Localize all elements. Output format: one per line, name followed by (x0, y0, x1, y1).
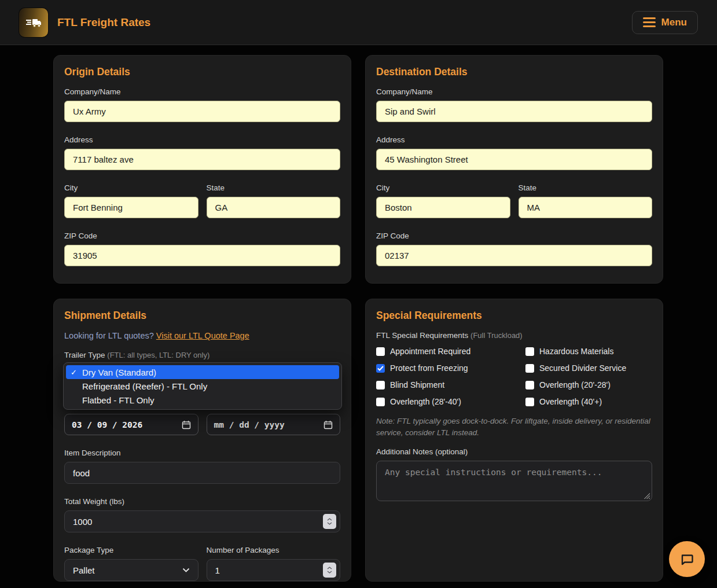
form-grid: Origin Details Company/Name Address City… (0, 45, 717, 582)
destination-company-label: Company/Name (376, 87, 652, 96)
destination-zip-label: ZIP Code (376, 231, 652, 240)
dropdown-option-label: Flatbed - FTL Only (82, 395, 154, 405)
trailer-type-label: Trailer Type (FTL: all types, LTL: DRY o… (64, 351, 340, 359)
checkbox-icon (376, 381, 385, 389)
checkbox-label: Appointment Required (390, 347, 470, 356)
special-requirements-card: Special Requirements FTL Special Require… (365, 299, 663, 582)
origin-city-input[interactable] (64, 197, 198, 218)
checkbox-label: Secured Divider Service (539, 363, 626, 373)
special-card-title: Special Requirements (376, 310, 652, 322)
num-packages-label: Number of Packages (207, 546, 341, 554)
shipment-card-title: Shipment Details (64, 310, 340, 322)
resize-handle[interactable] (644, 493, 650, 499)
chat-button[interactable] (669, 541, 705, 577)
checkbox-icon (376, 398, 385, 406)
origin-card-title: Origin Details (64, 66, 340, 78)
destination-zip-input[interactable] (376, 245, 652, 266)
origin-address-input[interactable] (64, 149, 340, 170)
destination-address-input[interactable] (376, 149, 652, 170)
destination-city-input[interactable] (376, 197, 510, 218)
origin-zip-input[interactable] (64, 245, 340, 266)
ftl-requirements-label: FTL Special Requirements (Full Truckload… (376, 331, 652, 340)
item-description-input[interactable] (64, 462, 340, 484)
destination-state-input[interactable] (519, 197, 653, 218)
ltl-prompt-text: Looking for LTL quotes? (64, 331, 154, 340)
checkbox-icon (525, 347, 534, 356)
package-type-label: Package Type (64, 546, 198, 554)
checkbox-icon (525, 381, 534, 389)
checkbox-label: Blind Shipment (390, 380, 444, 389)
dropdown-option-dry-van[interactable]: ✓ Dry Van (Standard) (66, 365, 339, 379)
additional-notes-placeholder: Any special instructions or requirements… (385, 468, 602, 477)
additional-notes-textarea[interactable]: Any special instructions or requirements… (376, 461, 652, 501)
num-packages-input[interactable] (207, 559, 341, 581)
checkbox-label: Protect from Freezing (390, 363, 468, 373)
weight-stepper[interactable] (323, 514, 336, 529)
checkbox-appointment-required[interactable]: Appointment Required (376, 347, 520, 356)
checkbox-hazardous-materials[interactable]: Hazardous Materials (525, 347, 652, 356)
origin-city-label: City (64, 183, 198, 192)
ltl-quote-link[interactable]: Visit our LTL Quote Page (156, 331, 249, 340)
packages-stepper[interactable] (323, 563, 336, 578)
checkbox-overlength-20-28[interactable]: Overlength (20'-28') (525, 380, 652, 389)
checkbox-blind-shipment[interactable]: Blind Shipment (376, 380, 520, 389)
shipment-details-card: Shipment Details Looking for LTL quotes?… (53, 299, 351, 582)
checkbox-label: Hazardous Materials (539, 347, 613, 356)
delivery-date-input[interactable]: mm / dd / yyyy (207, 414, 341, 435)
item-description-label: Item Description (64, 449, 340, 457)
ltl-prompt: Looking for LTL quotes? Visit our LTL Qu… (64, 331, 340, 340)
trailer-type-label-text: Trailer Type (64, 351, 105, 359)
origin-address-label: Address (64, 135, 340, 144)
checkbox-overlength-40-plus[interactable]: Overlength (40'+) (525, 397, 652, 406)
app-logo (19, 8, 48, 37)
page-title: FTL Freight Rates (57, 16, 150, 29)
total-weight-input[interactable] (64, 510, 340, 532)
calendar-icon[interactable] (182, 420, 191, 429)
calendar-icon[interactable] (323, 420, 333, 429)
ftl-requirements-label-text: FTL Special Requirements (376, 331, 468, 340)
pickup-date-value: 03 / 09 / 2026 (72, 420, 142, 429)
checkbox-label: Overlength (20'-28') (539, 380, 611, 389)
checkbox-icon (525, 398, 534, 406)
trailer-type-hint: (FTL: all types, LTL: DRY only) (107, 351, 209, 359)
package-type-select[interactable]: Pallet (64, 559, 198, 581)
pickup-date-input[interactable]: 03 / 09 / 2026 (64, 414, 198, 435)
dropdown-option-flatbed[interactable]: Flatbed - FTL Only (66, 393, 339, 407)
destination-state-label: State (519, 183, 653, 192)
truck-logo-icon (25, 14, 42, 31)
package-type-value: Pallet (73, 565, 95, 575)
checkbox-protect-from-freezing[interactable]: Protect from Freezing (376, 363, 520, 373)
dropdown-option-label: Dry Van (Standard) (82, 368, 156, 377)
checkbox-icon (525, 364, 534, 373)
origin-company-label: Company/Name (64, 87, 340, 96)
checkbox-label: Overlength (40'+) (539, 397, 602, 406)
ftl-note: Note: FTL typically goes dock-to-dock. F… (376, 416, 652, 438)
menu-button[interactable]: Menu (632, 11, 698, 34)
origin-company-input[interactable] (64, 101, 340, 122)
hamburger-icon (643, 17, 656, 27)
destination-card-title: Destination Details (376, 66, 652, 78)
checkbox-icon (376, 347, 385, 356)
trailer-type-zone: ✓ Dry Van (Standard) Refrigerated (Reefe… (64, 364, 340, 385)
checkbox-icon (376, 364, 385, 373)
destination-address-label: Address (376, 135, 652, 144)
origin-zip-label: ZIP Code (64, 231, 340, 240)
check-icon: ✓ (71, 368, 82, 377)
checkbox-overlength-28-40[interactable]: Overlength (28'-40') (376, 397, 520, 406)
requirements-checkbox-grid: Appointment Required Hazardous Materials… (376, 347, 652, 406)
chat-bubble-icon (679, 551, 695, 567)
dropdown-option-reefer[interactable]: Refrigerated (Reefer) - FTL Only (66, 379, 339, 393)
origin-details-card: Origin Details Company/Name Address City… (53, 55, 351, 284)
total-weight-label: Total Weight (lbs) (64, 497, 340, 506)
app-header: FTL Freight Rates Menu (0, 0, 717, 45)
additional-notes-label: Additional Notes (optional) (376, 447, 652, 456)
origin-state-input[interactable] (207, 197, 341, 218)
menu-button-label: Menu (661, 17, 687, 28)
checkbox-label: Overlength (28'-40') (390, 397, 461, 406)
destination-details-card: Destination Details Company/Name Address… (365, 55, 663, 284)
destination-company-input[interactable] (376, 101, 652, 122)
checkbox-secured-divider-service[interactable]: Secured Divider Service (525, 363, 652, 373)
package-row: Package Type Pallet Number of Packages (64, 546, 340, 581)
date-row: 03 / 09 / 2026 mm / dd / yyyy (64, 414, 340, 435)
delivery-date-placeholder: mm / dd / yyyy (214, 420, 285, 429)
